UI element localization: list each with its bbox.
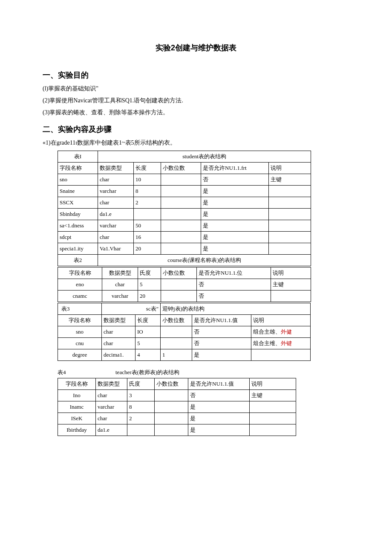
- cell: da1.e: [98, 209, 134, 220]
- col-dec: 小数位数: [155, 378, 188, 390]
- cell: Va1.Vhar: [98, 243, 134, 255]
- cell: 否: [201, 174, 269, 186]
- cell: [269, 197, 311, 209]
- col-desc: 说明: [269, 163, 311, 174]
- cell: 否: [188, 390, 250, 401]
- cell: 主键: [271, 279, 311, 291]
- cell: [134, 209, 161, 220]
- col-dtype: 数据类型: [96, 378, 127, 390]
- cell: [161, 197, 201, 209]
- section1-heading: 一、实验目的: [43, 70, 349, 80]
- cell: 1: [161, 349, 192, 361]
- cell: 20: [134, 243, 161, 255]
- cell: cnamc: [58, 291, 102, 302]
- t4-caption: 表4 teacher表(教师表)的表结构: [58, 369, 349, 376]
- cell: char: [98, 232, 134, 243]
- cell: 否: [192, 326, 251, 338]
- table-sc: 表3 sc表" 迎钟j表)的表结构 字段名称 数据类型 长度 小数位数 是否允许…: [58, 303, 311, 361]
- col-dtype: 数据类型: [102, 267, 138, 279]
- cell: char: [102, 326, 135, 338]
- cell: sno: [58, 174, 98, 186]
- cell: [155, 401, 188, 413]
- col-null: 是否允许NU1.1.值: [192, 315, 251, 326]
- desc-red: 外健: [281, 328, 292, 335]
- table-student: 表I student表的表结构 字段名称 数据类型 长度 小数位数 是否允许NU…: [58, 151, 311, 266]
- cell: 是: [188, 424, 250, 436]
- cell: 是: [201, 197, 269, 209]
- cell: 2: [134, 197, 161, 209]
- t1-caption-left: 表I: [58, 151, 98, 163]
- table-course: 字段名称 数据类型 氏度 小数位数 是否允许NU1.1.位 说明 enochar…: [58, 267, 311, 302]
- cell: sa<1.dness: [58, 220, 98, 232]
- col-desc: 说明: [251, 315, 311, 326]
- cell: [251, 349, 311, 361]
- cell: [161, 209, 201, 220]
- cell: varchar: [102, 291, 138, 302]
- cell: 俎合主维、外键: [251, 338, 311, 349]
- cell: 20: [138, 291, 161, 302]
- cell: [271, 291, 311, 302]
- col-field: 字段名称: [58, 378, 96, 390]
- cell: char: [102, 279, 138, 291]
- desc-text: 组合主雄、: [253, 328, 281, 335]
- col-null: 是否允许NU1.1.值: [188, 378, 250, 390]
- section1-p1: (l)掌握表的基础知识": [43, 84, 349, 94]
- cell: char: [96, 413, 127, 424]
- cell: degree: [58, 349, 102, 361]
- cell: [161, 279, 197, 291]
- cell: 主键: [269, 174, 311, 186]
- cell: [161, 243, 201, 255]
- cell: 4: [135, 349, 161, 361]
- cell: [250, 401, 296, 413]
- cell: [269, 220, 311, 232]
- cell: Inamc: [58, 401, 96, 413]
- cell: 50: [134, 220, 161, 232]
- col-null: 是否允许NU1.1.frt: [201, 163, 269, 174]
- col-dtype: 数据类型: [102, 315, 135, 326]
- cell: 是: [201, 209, 269, 220]
- t3-caption-left: 表3: [58, 303, 102, 315]
- col-len: 长度: [134, 163, 161, 174]
- cell: [127, 424, 155, 436]
- cell: decima1.: [102, 349, 135, 361]
- section1-p2: (2)掌握使用Navicat管理工具和SQ1.语句创建表的方法.: [43, 96, 349, 106]
- cell: [155, 413, 188, 424]
- cell: 5: [138, 279, 161, 291]
- cell: 是: [192, 349, 251, 361]
- cell: [161, 326, 192, 338]
- cell: 2: [127, 413, 155, 424]
- cell: [250, 424, 296, 436]
- col-len: 氏度: [127, 378, 155, 390]
- cell: SSCX: [58, 197, 98, 209]
- cell: varchar: [98, 186, 134, 197]
- cell: [155, 390, 188, 401]
- cell: 是: [188, 401, 250, 413]
- col-desc: 说明: [271, 267, 311, 279]
- col-dec: 小数位数: [161, 267, 197, 279]
- cell: char: [102, 338, 135, 349]
- cell: 5: [135, 338, 161, 349]
- cell: [161, 338, 192, 349]
- cell: char: [98, 197, 134, 209]
- cell: sno: [58, 326, 102, 338]
- page-title: 实验2创建与维护数据表: [43, 43, 349, 53]
- cell: Ino: [58, 390, 96, 401]
- cell: Ibirthday: [58, 424, 96, 436]
- cell: Snaine: [58, 186, 98, 197]
- cell: sdcpt: [58, 232, 98, 243]
- cell: 否: [192, 338, 251, 349]
- cell: [269, 209, 311, 220]
- cell: [161, 186, 201, 197]
- col-null: 是否允许NU1.1.位: [197, 267, 271, 279]
- cell: 是: [188, 413, 250, 424]
- cell: [161, 291, 197, 302]
- col-dec: 小数位数: [161, 315, 192, 326]
- cell: varchar: [98, 220, 134, 232]
- cell: 8: [127, 401, 155, 413]
- cell: char: [98, 174, 134, 186]
- col-len: 长度: [135, 315, 161, 326]
- cell: da1.e: [96, 424, 127, 436]
- cell: 否: [197, 279, 271, 291]
- cell: 10: [134, 174, 161, 186]
- desc-red: 外键: [281, 340, 292, 346]
